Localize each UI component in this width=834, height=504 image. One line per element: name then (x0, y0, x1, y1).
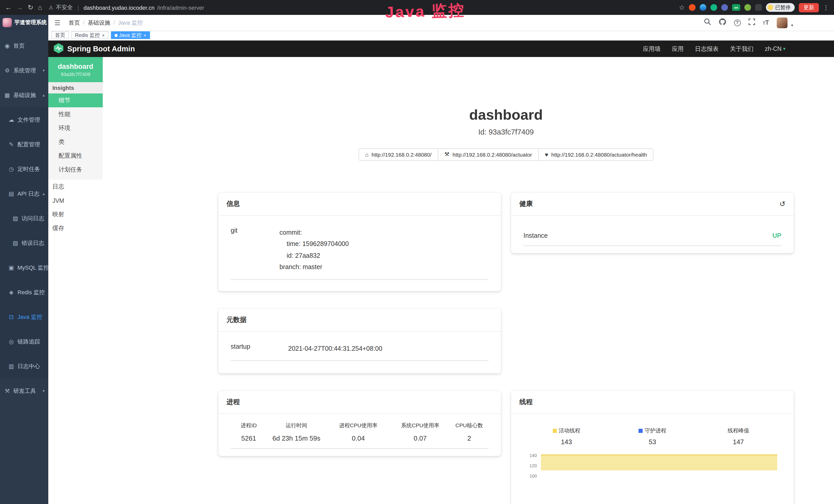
update-button[interactable]: 更新 (799, 3, 819, 12)
paused-badge[interactable]: 已暂停 (766, 3, 795, 12)
git-commit-line: commit: (280, 227, 488, 238)
log-center-icon: ▥ (8, 363, 14, 369)
main-column: ☰ 首页 / 基础设施 / Java 监控 ? TT ▾ (48, 15, 834, 504)
sidebar-item-infrastructure[interactable]: ▦基础设施▴ (0, 83, 48, 107)
sba-nav-applications[interactable]: 应用 (672, 45, 684, 53)
sidebar-item-home[interactable]: ◉首页 (0, 33, 48, 58)
health-status-badge: UP (772, 232, 781, 239)
sidebar-item-label: Java 监控 (18, 313, 42, 321)
chart-area-series (541, 454, 777, 470)
sidebar-item-access-logs[interactable]: ▨访问日志 (0, 206, 48, 231)
extension-icon[interactable] (710, 4, 717, 11)
extension-icon[interactable] (689, 4, 696, 11)
sba-menu-logs[interactable]: 日志 (48, 180, 103, 193)
mysql-icon: ▣ (8, 264, 14, 271)
sba-nav-about[interactable]: 关于我们 (730, 45, 753, 53)
tag-home[interactable]: 首页 (51, 31, 69, 39)
sba-brand[interactable]: Spring Boot Admin (53, 43, 135, 55)
user-avatar[interactable] (777, 17, 788, 28)
extension-on-badge-icon[interactable]: on (732, 4, 740, 11)
chevron-down-icon: ▾ (783, 46, 786, 51)
back-icon[interactable]: ← (5, 4, 12, 11)
sidebar-item-java-monitor[interactable]: ⊡Java 监控 (0, 304, 48, 329)
sba-instance-id: 93a3fc7f7409 (61, 71, 90, 77)
sba-menu-details[interactable]: 细节 (48, 93, 103, 107)
extension-icon[interactable] (721, 4, 728, 11)
help-icon[interactable]: ? (734, 19, 741, 26)
metadata-card-title: 元数据 (218, 308, 501, 331)
sidebar-item-redis-monitor[interactable]: ◈Redis 监控 (0, 280, 48, 304)
actuator-url-button[interactable]: ⚒ http://192.168.0.2:48080/actuator (438, 148, 539, 160)
sidebar-item-api-logs[interactable]: ▤API 日志▴ (0, 181, 48, 206)
extension-icon[interactable] (744, 4, 751, 11)
avatar-caret-icon[interactable]: ▾ (791, 23, 793, 27)
sba-menu-mappings[interactable]: 映射 (48, 207, 103, 221)
devtools-icon: ⚒ (4, 387, 10, 394)
sidebar-item-mysql-monitor[interactable]: ▣MySQL 监控 (0, 255, 48, 280)
breadcrumb-home[interactable]: 首页 (69, 19, 80, 26)
sidebar-item-log-center[interactable]: ▥日志中心 (0, 354, 48, 379)
access-log-icon: ▨ (12, 215, 19, 222)
sidebar-item-system-mgmt[interactable]: ⚙系统管理▾ (0, 58, 48, 83)
sba-nav-journal[interactable]: 日志报表 (695, 45, 719, 53)
sidebar-item-tracing[interactable]: ◎链路追踪 (0, 329, 48, 354)
sba-menu-environment[interactable]: 环境 (48, 121, 103, 135)
sidebar-item-error-logs[interactable]: ▧错误日志 (0, 231, 48, 255)
tag-redis-monitor[interactable]: Redis 监控 × (71, 31, 108, 39)
chevron-down-icon: ▾ (43, 68, 45, 73)
info-card: 信息 git commit: time: 1596289704000 id: 2… (218, 192, 501, 291)
sba-instance-header: dashboard 93a3fc7f7409 (48, 57, 103, 82)
sba-menu-jvm[interactable]: JVM (48, 193, 103, 207)
sba-locale-value: zh-CN (765, 46, 782, 52)
service-url-button[interactable]: ⌂ http://192.168.0.2:48080/ (358, 148, 438, 160)
sba-menu-config-props[interactable]: 配置属性 (48, 149, 103, 163)
browser-menu-icon[interactable]: ⋮ (823, 4, 829, 11)
sidebar-item-scheduled-tasks[interactable]: ◷定时任务 (0, 157, 48, 181)
sba-menu-classes[interactable]: 类 (48, 135, 103, 149)
sba-sidebar: dashboard 93a3fc7f7409 Insights 细节 性能 环境… (48, 57, 103, 504)
sidebar-item-config-mgmt[interactable]: ✎配置管理 (0, 132, 48, 157)
bookmark-star-icon[interactable]: ☆ (679, 4, 685, 11)
error-log-icon: ▧ (12, 239, 19, 246)
legend-value: 143 (561, 438, 572, 445)
reload-icon[interactable]: ↻ (28, 4, 34, 11)
sba-nav-wallboard[interactable]: 应用墙 (643, 45, 661, 53)
forward-icon[interactable]: → (17, 4, 23, 11)
paused-label: 已暂停 (775, 4, 791, 11)
breadcrumb-infrastructure[interactable]: 基础设施 (88, 19, 110, 26)
sba-instance-name: dashboard (58, 62, 93, 70)
close-icon[interactable]: × (102, 32, 105, 38)
sidebar-item-devtools[interactable]: ⚒研发工具▾ (0, 379, 48, 403)
browser-home-icon[interactable]: ⌂ (38, 4, 42, 11)
history-icon[interactable]: ↺ (780, 200, 786, 207)
sidebar-item-label: MySQL 监控 (18, 264, 48, 271)
tag-java-monitor[interactable]: Java 监控 × (111, 31, 150, 39)
browser-actions: ☆ on 已暂停 更新 ⋮ (679, 3, 829, 12)
legend-swatch-blue (639, 429, 643, 433)
hamburger-icon[interactable]: ☰ (52, 19, 62, 26)
legend-live-threads: 活动线程 143 (524, 427, 610, 445)
process-header-proc-cpu: 进程CPU使用率 (326, 422, 390, 429)
health-url-button[interactable]: ♥ http://192.168.0.2:48080/actuator/heal… (538, 148, 654, 160)
fullscreen-icon[interactable] (748, 18, 755, 27)
sba-menu-caches[interactable]: 缓存 (48, 221, 103, 235)
close-icon[interactable]: × (144, 32, 147, 38)
github-icon[interactable] (719, 18, 726, 27)
navbar-actions: ? TT ▾ (704, 17, 793, 28)
address-bar[interactable]: ⚠ 不安全 | dashboard.yudao.iocoder.cn/infra… (49, 4, 204, 11)
emoji-face-icon (767, 5, 773, 10)
search-icon[interactable] (704, 18, 711, 27)
gear-icon: ⚙ (4, 67, 10, 74)
text-size-icon[interactable]: TT (763, 20, 769, 26)
sidebar-item-file-mgmt[interactable]: ☁文件管理 (0, 107, 48, 132)
sba-menu-metrics[interactable]: 性能 (48, 107, 103, 121)
git-branch-line: branch: master (280, 261, 488, 273)
extension-icon[interactable] (700, 4, 706, 11)
app-logo[interactable]: 芋道管理系统 (0, 15, 48, 30)
sba-locale-select[interactable]: zh-CN ▾ (765, 46, 786, 52)
process-header-sys-cpu: 系统CPU使用率 (390, 422, 450, 429)
sba-menu-scheduled-tasks[interactable]: 计划任务 (48, 163, 103, 177)
extension-puzzle-icon[interactable] (755, 4, 762, 11)
chevron-up-icon: ▴ (43, 191, 45, 196)
legend-label: 线程峰值 (728, 427, 749, 434)
